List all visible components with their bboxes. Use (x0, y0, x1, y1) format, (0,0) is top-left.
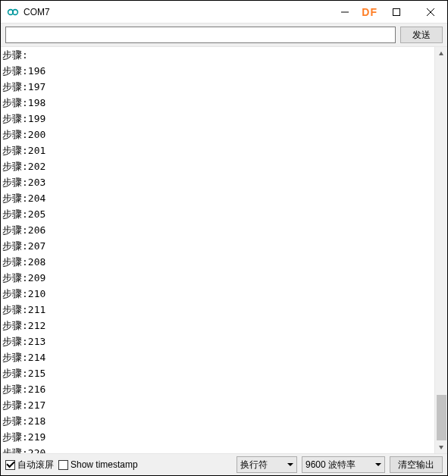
clear-output-button[interactable]: 清空输出 (390, 456, 443, 473)
line-ending-select[interactable]: 换行符 (237, 456, 297, 473)
output-line: 步骤:211 (2, 302, 434, 318)
timestamp-label: Show timestamp (70, 459, 138, 470)
svg-rect-3 (393, 8, 399, 15)
output-line: 步骤:208 (2, 254, 434, 270)
baud-rate-select[interactable]: 9600 波特率 (302, 456, 385, 473)
maximize-button[interactable] (379, 1, 413, 23)
serial-output: 步骤:步骤:196步骤:197步骤:198步骤:199步骤:200步骤:201步… (1, 47, 434, 453)
scroll-thumb[interactable] (437, 395, 446, 440)
output-line: 步骤:220 (2, 445, 434, 453)
output-line: 步骤:214 (2, 349, 434, 365)
autoscroll-checkbox[interactable]: 自动滚屏 (5, 459, 54, 471)
output-line: 步骤:209 (2, 270, 434, 286)
output-line: 步骤:204 (2, 190, 434, 206)
input-row: 发送 (1, 23, 447, 46)
output-line: 步骤:212 (2, 318, 434, 334)
output-line: 步骤:218 (2, 413, 434, 429)
watermark-text: DF (362, 6, 378, 18)
output-line: 步骤:210 (2, 286, 434, 302)
send-button[interactable]: 发送 (400, 27, 443, 43)
vertical-scrollbar[interactable] (434, 47, 447, 453)
timestamp-checkbox[interactable]: Show timestamp (58, 459, 138, 470)
output-line: 步骤:216 (2, 381, 434, 397)
svg-marker-6 (439, 52, 443, 55)
chevron-down-icon (375, 463, 381, 466)
output-line: 步骤:205 (2, 206, 434, 222)
output-line: 步骤:198 (2, 95, 434, 111)
window-title: COM7 (23, 7, 50, 17)
checkbox-icon (5, 460, 15, 470)
window-controls: DF (327, 1, 447, 23)
close-button[interactable] (413, 1, 447, 23)
checkbox-icon (58, 460, 68, 470)
svg-marker-7 (439, 446, 443, 449)
serial-input[interactable] (5, 27, 396, 43)
output-line: 步骤:202 (2, 158, 434, 174)
scroll-up-arrow[interactable] (435, 47, 447, 60)
output-line: 步骤:219 (2, 429, 434, 445)
line-ending-value: 换行符 (240, 459, 268, 471)
output-line: 步骤:196 (2, 63, 434, 79)
output-line: 步骤:213 (2, 334, 434, 349)
output-line: 步骤:215 (2, 365, 434, 381)
scroll-down-arrow[interactable] (435, 440, 447, 453)
output-line: 步骤:207 (2, 238, 434, 254)
minimize-button[interactable] (327, 1, 362, 23)
output-line: 步骤:201 (2, 142, 434, 158)
output-line: 步骤:197 (2, 79, 434, 95)
output-line: 步骤:199 (2, 111, 434, 127)
output-line: 步骤:203 (2, 174, 434, 190)
output-line: 步骤:206 (2, 222, 434, 238)
baud-rate-value: 9600 波特率 (305, 459, 356, 471)
bottombar: 自动滚屏 Show timestamp 换行符 9600 波特率 清空输出 (1, 454, 447, 475)
output-line: 步骤: (2, 47, 434, 63)
output-line: 步骤:200 (2, 127, 434, 142)
output-area-wrap: 步骤:步骤:196步骤:197步骤:198步骤:199步骤:200步骤:201步… (1, 46, 447, 454)
chevron-down-icon (287, 463, 293, 466)
autoscroll-label: 自动滚屏 (17, 459, 54, 471)
arduino-icon (7, 6, 19, 18)
output-line: 步骤:217 (2, 397, 434, 413)
titlebar: COM7 DF (1, 1, 447, 23)
